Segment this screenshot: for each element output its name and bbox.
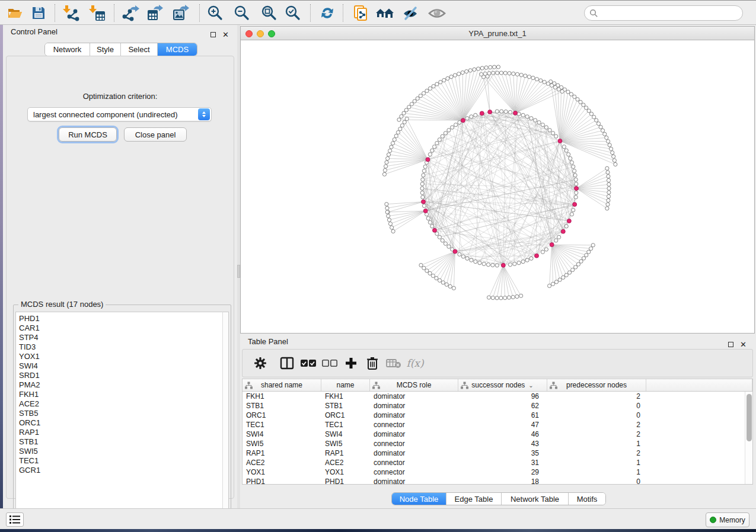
- table-cell: 47: [458, 420, 547, 430]
- optimization-criterion-select[interactable]: largest connected component (undirected): [27, 107, 212, 121]
- close-panel-button[interactable]: ✕: [222, 28, 230, 36]
- export-network-button[interactable]: [120, 3, 141, 23]
- settings-gear-button[interactable]: [250, 352, 271, 374]
- mcds-result-item[interactable]: ACE2: [19, 399, 222, 409]
- network-canvas[interactable]: [241, 40, 754, 333]
- column-header-successor-nodes[interactable]: successor nodes⌄: [458, 379, 547, 391]
- float-icon: [728, 342, 733, 347]
- column-selector-button[interactable]: [276, 352, 298, 374]
- search-field[interactable]: [584, 5, 743, 21]
- mcds-result-item[interactable]: STP4: [19, 333, 222, 342]
- mcds-result-item[interactable]: TID3: [19, 342, 222, 352]
- hide-details-button[interactable]: [401, 3, 421, 23]
- table-row[interactable]: FKH1FKH1dominator962: [243, 392, 745, 401]
- memory-button[interactable]: Memory: [706, 512, 749, 527]
- column-header-MCDS-role[interactable]: MCDS role: [370, 379, 458, 391]
- mcds-result-item[interactable]: ORC1: [19, 418, 222, 428]
- mcds-result-item[interactable]: PHD1: [19, 314, 222, 323]
- table-row[interactable]: YOX1YOX1connector291: [243, 467, 745, 477]
- delete-column-icon: [366, 356, 379, 370]
- table-cell: 0: [547, 411, 646, 420]
- table-row[interactable]: SWI5SWI5connector431: [243, 439, 745, 448]
- tab-edge-table[interactable]: Edge Table: [446, 493, 502, 505]
- copy-network-button[interactable]: [351, 3, 371, 23]
- select-all-button[interactable]: [298, 352, 319, 374]
- tab-style[interactable]: Style: [90, 43, 121, 56]
- column-header-predecessor-nodes[interactable]: predecessor nodes: [547, 379, 646, 391]
- export-table-button[interactable]: [145, 3, 165, 23]
- main-toolbar: [0, 0, 756, 25]
- mcds-result-item[interactable]: SRD1: [19, 371, 222, 380]
- tab-node-table[interactable]: Node Table: [392, 493, 446, 505]
- eye-button[interactable]: [427, 3, 447, 23]
- zoom-in-button[interactable]: [205, 3, 225, 23]
- table-row[interactable]: RAP1RAP1dominator352: [243, 448, 745, 458]
- import-table-button[interactable]: [87, 3, 107, 23]
- mcds-result-item[interactable]: FKH1: [19, 390, 222, 399]
- network-window-titlebar[interactable]: YPA_prune.txt_1: [241, 27, 754, 40]
- table-cell: 1: [547, 458, 646, 467]
- zoom-fit-button[interactable]: [259, 3, 279, 23]
- table-row[interactable]: TEC1TEC1connector472: [243, 420, 745, 430]
- save-session-button[interactable]: [28, 3, 49, 23]
- mcds-result-item[interactable]: STB1: [19, 437, 222, 447]
- zoom-out-button[interactable]: [231, 3, 251, 23]
- control-panel-titlebar: Control Panel ✕: [3, 25, 237, 39]
- column-header-shared-name[interactable]: shared name: [243, 379, 321, 391]
- table-row[interactable]: ACE2ACE2connector311: [243, 458, 745, 467]
- mcds-result-item[interactable]: TEC1: [19, 456, 222, 466]
- run-mcds-button[interactable]: Run MCDS: [59, 127, 117, 142]
- mcds-result-item[interactable]: CAR1: [19, 323, 222, 333]
- search-input[interactable]: [598, 9, 742, 17]
- table-row[interactable]: STB1STB1dominator620: [243, 401, 745, 411]
- window-minimize-icon[interactable]: [257, 30, 264, 37]
- mcds-result-item[interactable]: SWI4: [19, 361, 222, 371]
- mcds-result-item[interactable]: SWI5: [19, 447, 222, 456]
- column-header-name[interactable]: name: [321, 379, 370, 391]
- window-zoom-icon[interactable]: [268, 30, 275, 37]
- import-network-button[interactable]: [61, 3, 81, 23]
- tab-network[interactable]: Network: [45, 43, 90, 56]
- table-cell: ACE2: [321, 458, 370, 467]
- tab-mcds[interactable]: MCDS: [158, 43, 197, 56]
- zoom-selected-button[interactable]: [282, 3, 302, 23]
- table-cell: RAP1: [321, 448, 370, 458]
- column-label: name: [336, 381, 354, 389]
- memory-status-icon: [710, 517, 716, 523]
- open-session-button[interactable]: [5, 3, 25, 23]
- float-icon: [210, 32, 216, 37]
- tab-select[interactable]: Select: [121, 43, 158, 56]
- table-cell: 29: [458, 467, 547, 477]
- table-row[interactable]: SWI4SWI4dominator462: [243, 430, 745, 439]
- mcds-result-item[interactable]: YOX1: [19, 352, 222, 361]
- table-cell: PHD1: [243, 477, 321, 484]
- table-scrollbar-thumb[interactable]: [747, 394, 752, 441]
- task-history-button[interactable]: [6, 512, 24, 527]
- close-table-panel-button[interactable]: ✕: [740, 338, 748, 345]
- mcds-result-item[interactable]: STB5: [19, 409, 222, 418]
- mcds-list-scrollbar[interactable]: [222, 312, 229, 523]
- table-row[interactable]: ORC1ORC1dominator610: [243, 411, 745, 420]
- table-cell: dominator: [370, 392, 458, 401]
- tab-network-table[interactable]: Network Table: [502, 493, 569, 505]
- tab-motifs[interactable]: Motifs: [569, 493, 605, 505]
- float-panel-button[interactable]: [210, 28, 218, 36]
- close-panel-action-button[interactable]: Close panel: [124, 127, 187, 142]
- table-row[interactable]: PHD1PHD1dominator180: [243, 477, 745, 484]
- mcds-result-item[interactable]: RAP1: [19, 428, 222, 437]
- refresh-button[interactable]: [317, 3, 337, 23]
- deselect-all-button[interactable]: [319, 352, 340, 374]
- clear-table-button[interactable]: [383, 352, 404, 374]
- houses-button[interactable]: [375, 3, 395, 23]
- mcds-result-list[interactable]: PHD1CAR1STP4TID3YOX1SWI4SRD1PMA2FKH1ACE2…: [15, 312, 222, 523]
- mcds-result-item[interactable]: PMA2: [19, 380, 222, 390]
- export-image-button[interactable]: [171, 3, 192, 23]
- column-type-icon: [372, 382, 380, 389]
- window-close-icon[interactable]: [245, 30, 253, 37]
- mcds-result-item[interactable]: GCR1: [19, 466, 222, 475]
- float-table-panel-button[interactable]: [728, 338, 736, 345]
- table-scrollbar[interactable]: [745, 392, 752, 484]
- function-builder-button[interactable]: f(x): [404, 352, 426, 374]
- delete-column-button[interactable]: [362, 352, 383, 374]
- add-column-button[interactable]: [340, 352, 362, 374]
